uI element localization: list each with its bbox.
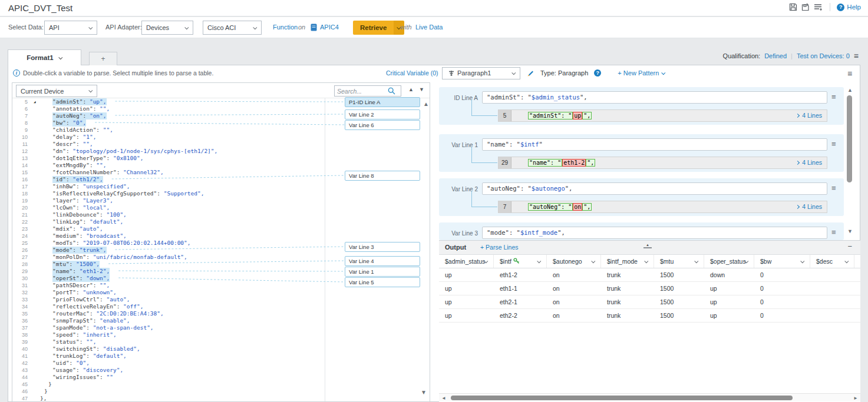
column-dropdown-icon[interactable] xyxy=(644,259,648,263)
device-selector-dropdown[interactable]: Current Device xyxy=(16,85,97,97)
edit-pattern-icon[interactable] xyxy=(526,69,534,77)
driver-dropdown[interactable]: Cisco ACI xyxy=(203,21,262,35)
test-on-devices-link[interactable]: Test on Devices: 0 xyxy=(797,52,850,59)
pattern-panel-menu-icon[interactable]: ≡ xyxy=(847,69,852,78)
pattern-input[interactable]: "mode": "$intf_mode", xyxy=(482,227,827,239)
code-line[interactable]: 18"isReflectiveRelayCfgSupported": "Supp… xyxy=(12,190,430,197)
live-data-link[interactable]: Live Data xyxy=(415,24,443,31)
code-line[interactable]: 40"switchingSt": "disabled", xyxy=(12,345,430,353)
list-options-icon[interactable] xyxy=(814,3,823,11)
code-line[interactable]: 39"status": "", xyxy=(12,338,430,345)
parse-line-label[interactable]: Var Line 1 xyxy=(345,267,420,277)
code-line[interactable]: 36"snmpTrapSt": "enable", xyxy=(12,317,430,324)
tab-format1[interactable]: Format1 xyxy=(8,49,81,65)
menu-icon[interactable]: ≡ xyxy=(831,93,836,101)
save-as-icon[interactable] xyxy=(801,3,810,11)
code-line[interactable]: 21"linkDebounce": "100", xyxy=(12,211,430,218)
h-scrollbar-thumb[interactable] xyxy=(451,396,793,400)
pattern-selector-dropdown[interactable]: Paragraph1 xyxy=(442,67,520,79)
expand-lines-link[interactable]: 4 Lines xyxy=(796,157,822,168)
help-button[interactable]: ?Help xyxy=(837,4,861,11)
patterns-scroll-up[interactable]: ▲ xyxy=(847,87,853,93)
parse-line-label[interactable]: Var Line 2 xyxy=(345,109,420,119)
column-dropdown-icon[interactable] xyxy=(591,259,595,263)
code-line[interactable]: 34"reflectiveRelayEn": "off", xyxy=(12,303,430,310)
search-next-button[interactable]: ▼ xyxy=(419,87,424,92)
code-line[interactable]: 38"speed": "inherit", xyxy=(12,331,430,338)
function-link[interactable]: Function xyxy=(273,24,298,31)
output-column-header[interactable]: $mtu xyxy=(654,255,704,268)
api-adapter-dropdown[interactable]: Devices xyxy=(141,21,193,35)
code-line[interactable]: 24"medium": "broadcast", xyxy=(12,232,430,240)
code-line[interactable]: 37"spanMode": "not-a-span-dest", xyxy=(12,324,430,331)
collapse-output-icon[interactable]: ▲ xyxy=(643,242,652,248)
labels-scroll-up[interactable]: ▲ xyxy=(423,101,429,107)
parse-line-label[interactable]: Var Line 6 xyxy=(345,120,420,130)
parse-line-label[interactable]: Var Line 8 xyxy=(345,171,420,181)
menu-icon[interactable]: ≡ xyxy=(831,184,836,192)
code-line[interactable]: 19"layer": "Layer3", xyxy=(12,197,430,204)
menu-icon[interactable]: ≡ xyxy=(831,228,836,236)
code-line[interactable]: 33"prioFlowCtrl": "auto", xyxy=(12,296,430,303)
output-column-header[interactable]: $autonego xyxy=(547,255,601,268)
patterns-scroll-down[interactable]: ▼ xyxy=(847,228,853,234)
retrieve-button[interactable]: Retrieve xyxy=(353,21,404,35)
device-name-link[interactable]: APIC4 xyxy=(320,24,339,31)
question-icon[interactable]: ? xyxy=(594,69,601,77)
code-line[interactable]: 10"delay": "1", xyxy=(12,134,430,141)
code-line[interactable]: 44"wiringIssues": "" xyxy=(12,374,430,381)
search-icon[interactable] xyxy=(388,87,395,95)
column-dropdown-icon[interactable] xyxy=(694,259,698,263)
code-line[interactable]: 46} xyxy=(12,388,430,395)
pattern-input[interactable]: "autoNeg": "$autonego", xyxy=(482,182,827,195)
labels-scroll-down[interactable]: ▼ xyxy=(421,389,427,396)
output-column-header[interactable]: $oper_status xyxy=(704,255,754,268)
add-format-tab[interactable]: + xyxy=(89,52,117,65)
menu-icon[interactable]: ≡ xyxy=(831,140,836,148)
output-column-header[interactable]: $admin_status xyxy=(439,255,494,268)
parse-lines-link[interactable]: + Parse Lines xyxy=(480,244,519,251)
code-line[interactable]: 13"dot1qEtherType": "0x8100", xyxy=(12,155,430,162)
code-line[interactable]: 47}, xyxy=(12,395,430,402)
expand-lines-link[interactable]: 4 Lines xyxy=(796,201,822,212)
column-dropdown-icon[interactable] xyxy=(844,259,849,263)
scroll-left-icon[interactable]: ◄ xyxy=(441,396,446,401)
pattern-input[interactable]: "adminSt": "$admin_status", xyxy=(482,91,827,104)
code-line[interactable]: 42"uid": "0", xyxy=(12,360,430,367)
parse-line-label[interactable]: P1-ID Line A xyxy=(345,97,420,107)
parse-line-label[interactable]: Var Line 3 xyxy=(345,242,420,252)
search-input[interactable] xyxy=(337,88,388,95)
code-line[interactable]: 32"portT": "unknown", xyxy=(12,289,430,296)
parse-line-label[interactable]: Var Line 4 xyxy=(345,256,420,266)
code-line[interactable]: 14"extMngdBy": "", xyxy=(12,162,430,169)
code-line[interactable]: 17"inhBw": "unspecified", xyxy=(12,183,430,190)
column-dropdown-icon[interactable] xyxy=(800,259,804,263)
output-column-header[interactable]: $bw xyxy=(754,255,810,268)
code-line[interactable]: 41"trunkLog": "default", xyxy=(12,353,430,360)
column-dropdown-icon[interactable] xyxy=(537,259,541,263)
code-line[interactable]: 45} xyxy=(12,381,430,388)
new-pattern-link[interactable]: + New Pattern xyxy=(618,69,665,77)
output-column-header[interactable]: $intf_mode xyxy=(601,255,654,268)
minimize-output-icon[interactable]: − xyxy=(847,242,852,251)
code-line[interactable]: 20"lcOwn": "local", xyxy=(12,204,430,211)
code-line[interactable]: 35"routerMac": "2C:D0:2D:BE:A4:38", xyxy=(12,310,430,317)
code-line[interactable]: 43"usage": "discovery", xyxy=(12,367,430,374)
code-line[interactable]: 12"dn": "topology/pod-1/node-1/sys/cphys… xyxy=(12,148,430,155)
search-prev-button[interactable]: ▲ xyxy=(408,87,414,92)
output-column-header[interactable]: $intf xyxy=(494,255,547,268)
qualification-menu-icon[interactable]: ≡ xyxy=(854,52,859,60)
pattern-input[interactable]: "name": "$intf" xyxy=(482,138,827,151)
output-column-header[interactable]: $desc xyxy=(810,255,854,268)
scroll-right-icon[interactable]: ► xyxy=(853,396,858,401)
select-data-dropdown[interactable]: API xyxy=(44,21,97,35)
code-line[interactable]: 23"mdix": "auto", xyxy=(12,225,430,232)
critical-variable-link[interactable]: Critical Variable (0) xyxy=(386,69,438,77)
parse-line-label[interactable]: Var Line 5 xyxy=(345,277,420,287)
code-line[interactable]: 22"linkLog": "default", xyxy=(12,218,430,225)
code-line[interactable]: 11"descr": "", xyxy=(12,141,430,148)
fold-icon[interactable]: ◢ xyxy=(34,98,36,105)
save-icon[interactable] xyxy=(789,3,797,11)
expand-lines-link[interactable]: 4 Lines xyxy=(796,110,822,121)
qualification-value-link[interactable]: Defined xyxy=(764,52,787,59)
